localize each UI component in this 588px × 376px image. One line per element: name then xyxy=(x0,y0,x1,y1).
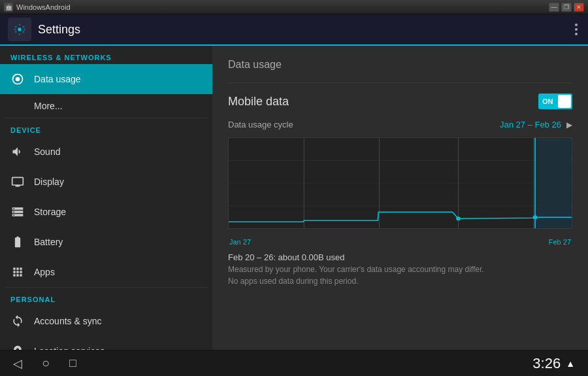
sidebar-item-label-location-services: Location services xyxy=(34,346,105,350)
stat-text-2: No apps used data during this period. xyxy=(228,277,572,286)
sidebar: WIRELESS & NETWORKS Data usage More... D… xyxy=(0,46,212,350)
chart-labels: Jan 27 Feb 27 xyxy=(228,238,572,246)
section-label-wireless: WIRELESS & NETWORKS xyxy=(0,46,212,64)
sidebar-item-label-sound: Sound xyxy=(34,146,60,157)
data-usage-chart xyxy=(228,137,572,229)
taskbar-right: 3:26 ▲ xyxy=(532,355,575,372)
recents-button[interactable]: □ xyxy=(69,356,76,370)
sidebar-item-label-more: More... xyxy=(34,101,63,111)
app-icon: 🤖 xyxy=(4,3,13,12)
home-button[interactable]: ○ xyxy=(42,356,50,371)
sidebar-item-label-apps: Apps xyxy=(34,267,55,277)
sidebar-item-storage[interactable]: Storage xyxy=(0,197,212,227)
svg-point-2 xyxy=(16,77,20,82)
svg-point-0 xyxy=(18,27,22,31)
titlebar: 🤖 WindowsAndroid — ❐ ✕ xyxy=(0,0,588,14)
settings-logo xyxy=(8,18,31,41)
titlebar-left: 🤖 WindowsAndroid xyxy=(4,3,71,12)
sidebar-item-apps[interactable]: Apps xyxy=(0,257,212,287)
content-divider xyxy=(228,82,572,83)
data-usage-icon xyxy=(10,72,25,86)
location-services-icon xyxy=(10,344,25,350)
settings-title: Settings xyxy=(38,23,80,37)
main-container: WIRELESS & NETWORKS Data usage More... D… xyxy=(0,46,588,350)
sidebar-item-sound[interactable]: Sound xyxy=(0,137,212,167)
sound-icon xyxy=(10,145,25,159)
settings-header: Settings xyxy=(0,14,588,46)
sidebar-item-location-services[interactable]: Location services xyxy=(0,336,212,350)
chart-label-end: Feb 27 xyxy=(549,238,571,246)
svg-point-12 xyxy=(456,216,461,220)
chart-svg xyxy=(229,138,572,228)
toggle-on-label: ON xyxy=(542,97,553,105)
menu-dots-button[interactable] xyxy=(572,21,580,38)
storage-icon xyxy=(10,205,25,219)
sidebar-item-label-battery: Battery xyxy=(34,237,63,247)
content-inner: Data usage Mobile data ON Data usage cyc… xyxy=(212,46,588,301)
svg-point-13 xyxy=(533,215,538,219)
content-area: Data usage Mobile data ON Data usage cyc… xyxy=(212,46,588,350)
accounts-sync-icon xyxy=(10,314,25,328)
svg-rect-10 xyxy=(534,138,572,228)
sidebar-item-more[interactable]: More... xyxy=(0,94,212,118)
signal-icon: ▲ xyxy=(566,358,575,369)
battery-icon xyxy=(10,235,25,249)
sidebar-item-label-accounts-sync: Accounts & sync xyxy=(34,316,102,326)
display-icon xyxy=(10,175,25,189)
close-button[interactable]: ✕ xyxy=(574,3,584,12)
stat-text-0: Feb 20 – 26: about 0.00B used xyxy=(228,252,572,262)
minimize-button[interactable]: — xyxy=(549,3,559,12)
sidebar-item-display[interactable]: Display xyxy=(0,167,212,197)
taskbar: ◁ ○ □ 3:26 ▲ xyxy=(0,350,588,376)
time-display: 3:26 xyxy=(532,355,561,372)
back-button[interactable]: ◁ xyxy=(13,356,22,371)
sidebar-item-label-display: Display xyxy=(34,177,64,187)
cycle-value: Jan 27 – Feb 26 xyxy=(500,120,561,129)
settings-header-left: Settings xyxy=(8,18,80,41)
data-usage-cycle-row: Data usage cycle Jan 27 – Feb 26 ▶ xyxy=(228,120,572,129)
mobile-data-toggle[interactable]: ON xyxy=(538,94,572,109)
sidebar-item-battery[interactable]: Battery xyxy=(0,227,212,257)
section-label-personal: PERSONAL xyxy=(0,288,212,306)
titlebar-controls[interactable]: — ❐ ✕ xyxy=(549,3,584,12)
apps-icon xyxy=(10,265,25,279)
toggle-knob xyxy=(558,95,571,108)
page-title: Data usage xyxy=(228,59,572,71)
taskbar-nav[interactable]: ◁ ○ □ xyxy=(13,356,76,371)
sidebar-item-label-storage: Storage xyxy=(34,207,66,217)
sidebar-item-label-data-usage: Data usage xyxy=(34,74,81,84)
sidebar-item-accounts-sync[interactable]: Accounts & sync xyxy=(0,306,212,336)
section-label-device: DEVICE xyxy=(0,118,212,137)
chart-label-start: Jan 27 xyxy=(229,238,251,246)
sidebar-item-data-usage[interactable]: Data usage xyxy=(0,64,212,94)
mobile-data-label: Mobile data xyxy=(228,95,289,109)
stat-text-1: Measured by your phone. Your carrier's d… xyxy=(228,265,572,274)
mobile-data-row: Mobile data ON xyxy=(228,94,572,109)
maximize-button[interactable]: ❐ xyxy=(561,3,572,12)
cycle-arrow-icon: ▶ xyxy=(566,120,572,129)
cycle-label: Data usage cycle xyxy=(228,120,293,129)
titlebar-title: WindowsAndroid xyxy=(16,3,71,11)
